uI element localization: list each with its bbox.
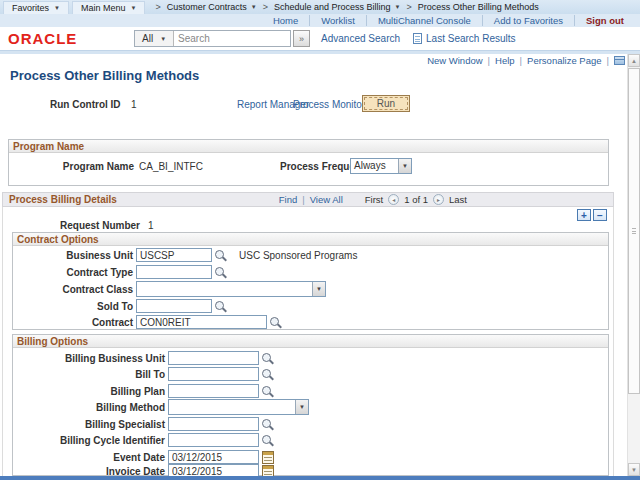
page-title: Process Other Billing Methods — [10, 68, 199, 83]
view-all-link[interactable]: View All — [310, 194, 343, 205]
add-row-button[interactable]: + — [577, 209, 591, 221]
home-link[interactable]: Home — [262, 15, 309, 26]
chevron-down-icon: ▼ — [395, 4, 401, 10]
chevron-down-icon: ▼ — [54, 5, 60, 11]
billing-cycle-identifier-label: Billing Cycle Identifier — [13, 435, 165, 446]
billing-business-unit-input[interactable] — [168, 351, 259, 365]
breadcrumb-item-label: Schedule and Process Billing — [274, 2, 391, 12]
sign-out-link[interactable]: Sign out — [574, 15, 626, 26]
program-name-label: Program Name — [8, 161, 134, 172]
header-divider — [0, 50, 640, 54]
breadcrumb-separator: > — [155, 2, 160, 12]
section-title: Process Billing Details — [9, 194, 117, 205]
favorites-label: Favorites — [12, 3, 49, 13]
bill-to-label: Bill To — [13, 369, 165, 380]
last-search-results-link[interactable]: Last Search Results — [426, 33, 516, 44]
main-menu[interactable]: Main Menu ▼ — [72, 1, 145, 14]
new-window-link[interactable]: New Window — [427, 55, 482, 66]
scroll-up-icon[interactable]: ▲ — [628, 54, 640, 67]
breadcrumb-separator: > — [407, 2, 412, 12]
contract-class-value — [137, 282, 312, 296]
field-row: Billing Cycle Identifier — [13, 432, 274, 448]
process-frequency-select[interactable]: Always ▼ — [350, 158, 412, 174]
request-number-label: Request Number — [60, 220, 140, 231]
section-title: Program Name — [13, 141, 84, 152]
field-row: Billing Method ▼ — [13, 399, 309, 415]
event-date-input[interactable] — [168, 450, 259, 464]
utility-links: New Window | Help | Personalize Page | — [427, 55, 625, 66]
contract-type-label: Contract Type — [13, 267, 133, 278]
breadcrumb-item-current-page: Process Other Billing Methods — [418, 2, 539, 12]
business-unit-description: USC Sponsored Programs — [239, 250, 357, 261]
search-input[interactable] — [174, 31, 290, 46]
previous-row-icon[interactable]: ◄ — [388, 194, 399, 205]
breadcrumb-trail: > Customer Contracts ▼ > Schedule and Pr… — [155, 2, 538, 12]
scrollbar-thumb[interactable] — [628, 68, 640, 394]
last-link[interactable]: Last — [449, 194, 467, 205]
billing-specialist-input[interactable] — [168, 417, 259, 431]
first-link[interactable]: First — [365, 194, 383, 205]
contract-label: Contract — [13, 317, 133, 328]
field-row: Contract Type — [13, 264, 227, 280]
lookup-icon[interactable] — [214, 300, 227, 313]
billing-options-section-header: Billing Options — [13, 335, 608, 348]
breadcrumb-item-label: Customer Contracts — [167, 2, 247, 12]
lookup-icon[interactable] — [261, 368, 274, 381]
lookup-icon[interactable] — [261, 352, 274, 365]
business-unit-input[interactable] — [136, 248, 212, 262]
search-go-button[interactable]: » — [293, 30, 310, 47]
breadcrumb-item-schedule-process-billing[interactable]: Schedule and Process Billing ▼ — [274, 2, 401, 12]
process-monitor-link[interactable]: Process Monitor — [293, 99, 365, 110]
run-button[interactable]: Run — [362, 95, 410, 112]
header-links-bar: Home Worklist MultiChannel Console Add t… — [0, 14, 640, 27]
contract-input[interactable] — [136, 315, 267, 329]
lookup-icon[interactable] — [269, 316, 282, 329]
sold-to-input[interactable] — [136, 299, 212, 313]
advanced-search-link[interactable]: Advanced Search — [321, 33, 400, 44]
add-to-favorites-link[interactable]: Add to Favorites — [482, 15, 574, 26]
field-row: Billing Plan — [13, 383, 274, 399]
billing-specialist-label: Billing Specialist — [13, 419, 165, 430]
find-link[interactable]: Find — [279, 194, 297, 205]
event-date-label: Event Date — [13, 452, 165, 463]
contract-class-select[interactable]: ▼ — [136, 281, 326, 297]
page-indicator: 1 of 1 — [404, 194, 428, 205]
scroll-down-icon[interactable]: ▼ — [628, 463, 640, 476]
request-number-value: 1 — [148, 220, 154, 231]
contract-options-section-header: Contract Options — [13, 233, 608, 246]
personalize-page-link[interactable]: Personalize Page — [527, 55, 601, 66]
search-scope-dropdown[interactable]: All ▼ — [135, 31, 174, 46]
chevron-down-icon: ▼ — [131, 5, 137, 11]
row-action-buttons: + − — [577, 209, 607, 221]
program-name-section-header: Program Name — [9, 140, 608, 153]
bill-to-input[interactable] — [168, 367, 259, 381]
breadcrumb-item-customer-contracts[interactable]: Customer Contracts ▼ — [167, 2, 257, 12]
favorites-menu[interactable]: Favorites ▼ — [3, 1, 69, 14]
personalize-layout-icon[interactable] — [614, 56, 625, 65]
lookup-icon[interactable] — [261, 434, 274, 447]
billing-plan-input[interactable] — [168, 384, 259, 398]
contract-type-input[interactable] — [136, 265, 212, 279]
billing-method-label: Billing Method — [13, 402, 165, 413]
billing-plan-label: Billing Plan — [13, 386, 165, 397]
help-link[interactable]: Help — [495, 55, 515, 66]
main-menu-label: Main Menu — [81, 3, 126, 13]
delete-row-button[interactable]: − — [593, 209, 607, 221]
multichannel-console-link[interactable]: MultiChannel Console — [366, 15, 482, 26]
calendar-icon[interactable] — [262, 451, 274, 464]
last-search-results-icon — [413, 33, 422, 44]
lookup-icon[interactable] — [261, 385, 274, 398]
breadcrumb-item-label: Process Other Billing Methods — [418, 2, 539, 12]
billing-cycle-identifier-input[interactable] — [168, 433, 259, 447]
run-control-id-label: Run Control ID — [50, 99, 121, 110]
chevron-down-icon: ▼ — [160, 36, 166, 42]
billing-method-select[interactable]: ▼ — [168, 399, 309, 415]
lookup-icon[interactable] — [214, 249, 227, 262]
next-row-icon[interactable]: ► — [433, 194, 444, 205]
lookup-icon[interactable] — [261, 418, 274, 431]
separator: | — [607, 55, 609, 66]
chevron-down-icon: ▼ — [295, 400, 308, 414]
worklist-link[interactable]: Worklist — [309, 15, 366, 26]
page-bottom-border — [0, 476, 640, 480]
lookup-icon[interactable] — [214, 266, 227, 279]
